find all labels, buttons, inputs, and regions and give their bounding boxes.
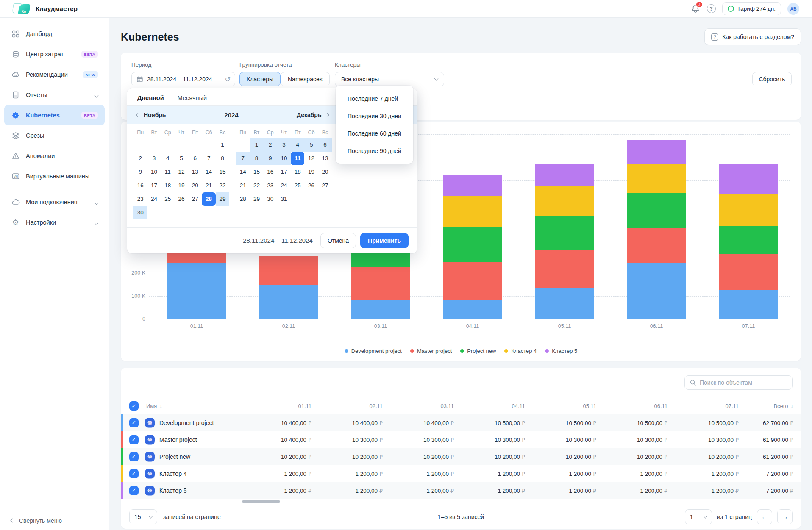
sidebar-item-дашборд[interactable]: Дашборд bbox=[4, 24, 105, 44]
table-row-development-project[interactable]: ✓☸Development project10 400,00₽10 400,00… bbox=[121, 414, 801, 431]
calendar-day-29[interactable]: 29 bbox=[250, 192, 263, 206]
tariff-button[interactable]: Тариф 274 дн. bbox=[722, 2, 781, 15]
calendar-day-17[interactable]: 17 bbox=[277, 165, 291, 179]
calendar-day-8[interactable]: 8 bbox=[216, 152, 229, 165]
row-checkbox[interactable]: ✓ bbox=[129, 435, 139, 444]
calendar-day-11[interactable]: 11 bbox=[161, 165, 175, 179]
calendar-day-4[interactable]: 4 bbox=[291, 138, 304, 152]
preset-последние-60-дней[interactable]: Последние 60 дней bbox=[336, 125, 413, 142]
stacked-bar-06.11[interactable] bbox=[627, 140, 686, 319]
stacked-bar-04.11[interactable] bbox=[443, 175, 502, 319]
calendar-day-24[interactable]: 24 bbox=[147, 192, 161, 206]
page-select[interactable]: 1 bbox=[685, 509, 712, 524]
avatar[interactable]: АВ bbox=[787, 3, 799, 15]
refresh-icon[interactable]: ↺ bbox=[225, 75, 231, 83]
row-checkbox[interactable]: ✓ bbox=[129, 486, 139, 495]
period-date-input[interactable]: 28.11.2024 – 11.12.2024 ↺ bbox=[131, 72, 235, 86]
calendar-day-5[interactable]: 5 bbox=[304, 138, 318, 152]
sidebar-item-виртуальные-машины[interactable]: VMВиртуальные машины bbox=[4, 166, 105, 186]
calendar-day-14[interactable]: 14 bbox=[236, 165, 250, 179]
table-row-кластер-4[interactable]: ✓☸Кластер 41 200,00₽1 200,00₽1 200,00₽1 … bbox=[121, 465, 801, 482]
sidebar-item-аномалии[interactable]: Аномалии bbox=[4, 146, 105, 166]
calendar-day-23[interactable]: 23 bbox=[264, 179, 277, 192]
calendar-day-16[interactable]: 16 bbox=[133, 179, 147, 192]
calendar-day-29[interactable]: 29 bbox=[216, 192, 229, 206]
datepicker-tab-дневной[interactable]: Дневной bbox=[137, 94, 164, 107]
preset-последние-30-дней[interactable]: Последние 30 дней bbox=[336, 107, 413, 125]
calendar-day-10[interactable]: 10 bbox=[277, 152, 291, 165]
stacked-bar-03.11[interactable] bbox=[351, 252, 410, 319]
column-header-01.11[interactable]: 01.11 bbox=[241, 397, 311, 414]
calendar-day-11[interactable]: 11 bbox=[291, 152, 304, 165]
calendar-day-12[interactable]: 12 bbox=[304, 152, 318, 165]
calendar-day-25[interactable]: 25 bbox=[291, 179, 304, 192]
calendar-day-28[interactable]: 28 bbox=[236, 192, 250, 206]
grouping-option-кластеры[interactable]: Кластеры bbox=[239, 72, 281, 86]
prev-page-button[interactable]: ← bbox=[757, 509, 772, 524]
calendar-day-7[interactable]: 7 bbox=[202, 152, 215, 165]
section-help-button[interactable]: ? Как работать с разделом? bbox=[704, 28, 801, 45]
calendar-day-26[interactable]: 26 bbox=[175, 192, 188, 206]
column-header-06.11[interactable]: 06.11 bbox=[601, 397, 667, 414]
calendar-day-22[interactable]: 22 bbox=[250, 179, 263, 192]
calendar-day-15[interactable]: 15 bbox=[216, 165, 229, 179]
calendar-day-7[interactable]: 7 bbox=[236, 152, 250, 165]
calendar-day-4[interactable]: 4 bbox=[161, 152, 175, 165]
clusters-select[interactable]: Все кластеры bbox=[335, 72, 444, 86]
notifications-button[interactable]: 3 bbox=[690, 4, 701, 14]
calendar-day-10[interactable]: 10 bbox=[147, 165, 161, 179]
table-row-master-project[interactable]: ✓☸Master project10 400,00₽10 300,00₽10 3… bbox=[121, 431, 801, 448]
next-page-button[interactable]: → bbox=[777, 509, 793, 524]
sidebar-item-kubernetes[interactable]: ☸KubernetesBETA bbox=[4, 105, 105, 125]
prev-month-button[interactable]: Ноябрь bbox=[136, 106, 166, 124]
calendar-day-20[interactable]: 20 bbox=[188, 179, 202, 192]
calendar-day-5[interactable]: 5 bbox=[175, 152, 188, 165]
calendar-day-20[interactable]: 20 bbox=[318, 165, 332, 179]
sidebar-item-мои-подключения[interactable]: Мои подключения bbox=[4, 192, 105, 212]
help-circle-icon[interactable]: ? bbox=[707, 4, 716, 13]
calendar-day-6[interactable]: 6 bbox=[318, 138, 332, 152]
apply-button[interactable]: Применить bbox=[360, 233, 409, 248]
calendar-day-27[interactable]: 27 bbox=[318, 179, 332, 192]
calendar-day-2[interactable]: 2 bbox=[264, 138, 277, 152]
calendar-day-17[interactable]: 17 bbox=[147, 179, 161, 192]
calendar-day-30[interactable]: 30 bbox=[133, 206, 147, 219]
cancel-button[interactable]: Отмена bbox=[320, 233, 356, 248]
datepicker-tab-месячный[interactable]: Месячный bbox=[178, 94, 207, 107]
next-month-button[interactable]: Декабрь bbox=[297, 106, 329, 124]
horizontal-scrollbar[interactable] bbox=[242, 500, 280, 503]
search-input[interactable]: Поиск по объектам bbox=[684, 375, 793, 390]
app-logo[interactable]: Кл Клаудмастер bbox=[13, 3, 78, 14]
row-checkbox[interactable]: ✓ bbox=[129, 452, 139, 461]
calendar-day-1[interactable]: 1 bbox=[216, 138, 229, 152]
calendar-day-18[interactable]: 18 bbox=[291, 165, 304, 179]
collapse-menu-button[interactable]: Свернуть меню bbox=[0, 511, 109, 530]
calendar-day-12[interactable]: 12 bbox=[175, 165, 188, 179]
calendar-day-24[interactable]: 24 bbox=[277, 179, 291, 192]
stacked-bar-07.11[interactable] bbox=[719, 164, 778, 319]
calendar-day-19[interactable]: 19 bbox=[175, 179, 188, 192]
calendar-day-14[interactable]: 14 bbox=[202, 165, 215, 179]
calendar-day-1[interactable]: 1 bbox=[250, 138, 263, 152]
reset-filters-button[interactable]: Сбросить bbox=[752, 72, 792, 86]
calendar-day-13[interactable]: 13 bbox=[318, 152, 332, 165]
preset-последние-7-дней[interactable]: Последние 7 дней bbox=[336, 90, 413, 107]
column-header-07.11[interactable]: 07.11 bbox=[672, 397, 739, 414]
table-row-project-new[interactable]: ✓☸Project new10 200,00₽10 200,00₽10 200,… bbox=[121, 448, 801, 465]
column-header-03.11[interactable]: 03.11 bbox=[387, 397, 454, 414]
calendar-day-28[interactable]: 28 bbox=[202, 192, 215, 206]
calendar-day-16[interactable]: 16 bbox=[264, 165, 277, 179]
total-column-header[interactable]: Всего↓ bbox=[743, 397, 793, 414]
sidebar-item-центр-затрат[interactable]: Центр затратBETA bbox=[4, 44, 105, 64]
stacked-bar-02.11[interactable] bbox=[259, 256, 318, 319]
column-header-04.11[interactable]: 04.11 bbox=[458, 397, 525, 414]
sidebar-item-срезы[interactable]: Срезы bbox=[4, 125, 105, 146]
column-header-05.11[interactable]: 05.11 bbox=[529, 397, 596, 414]
row-checkbox[interactable]: ✓ bbox=[129, 469, 139, 478]
select-all-checkbox[interactable]: ✓ bbox=[129, 401, 139, 411]
calendar-day-13[interactable]: 13 bbox=[188, 165, 202, 179]
calendar-day-25[interactable]: 25 bbox=[161, 192, 175, 206]
calendar-day-22[interactable]: 22 bbox=[216, 179, 229, 192]
grouping-option-namespaces[interactable]: Namespaces bbox=[281, 72, 330, 86]
calendar-day-18[interactable]: 18 bbox=[161, 179, 175, 192]
